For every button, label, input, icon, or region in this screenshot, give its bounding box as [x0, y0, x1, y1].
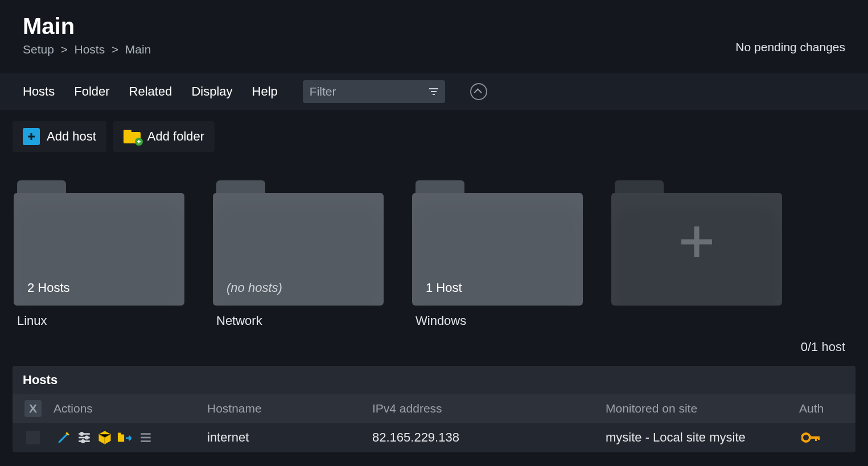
- svg-rect-20: [818, 436, 820, 440]
- folder-count: 2 Hosts: [27, 281, 70, 295]
- folder-count: (no hosts): [227, 281, 282, 295]
- plus-icon: [677, 222, 717, 264]
- add-folder-label: Add folder: [147, 129, 204, 144]
- cube-icon[interactable]: [97, 430, 113, 446]
- page-title: Main: [23, 14, 151, 39]
- svg-point-9: [81, 432, 83, 435]
- menu-help[interactable]: Help: [252, 84, 278, 99]
- svg-rect-13: [118, 433, 121, 435]
- cell-hostname[interactable]: internet: [207, 430, 372, 445]
- properties-icon[interactable]: [76, 430, 92, 446]
- folder-new[interactable]: [611, 180, 782, 328]
- breadcrumb: Setup > Hosts > Main: [23, 43, 151, 56]
- add-host-label: Add host: [47, 129, 96, 144]
- folder-label: Linux: [14, 314, 184, 328]
- folder-linux[interactable]: 2 Hosts Linux: [14, 180, 184, 328]
- add-folder-button[interactable]: Add folder: [113, 121, 215, 152]
- svg-point-11: [82, 440, 84, 442]
- th-actions: Actions: [54, 402, 207, 415]
- table-title: Hosts: [13, 366, 855, 394]
- folder-network[interactable]: (no hosts) Network: [213, 180, 384, 328]
- row-checkbox[interactable]: [26, 431, 40, 444]
- th-auth[interactable]: Auth: [799, 402, 855, 415]
- table-header: X Actions Hostname IPv4 address Monitore…: [13, 394, 855, 423]
- menu-bar: Hosts Folder Related Display Help: [0, 73, 868, 110]
- list-icon[interactable]: [138, 430, 154, 446]
- breadcrumb-item[interactable]: Hosts: [75, 43, 105, 56]
- plus-icon: [23, 128, 40, 145]
- folder-plus-icon: [124, 130, 141, 143]
- chevron-up-icon: [474, 88, 482, 96]
- cell-ipv4: 82.165.229.138: [372, 430, 606, 445]
- folder-label: Windows: [412, 314, 583, 328]
- svg-point-10: [85, 436, 88, 439]
- menu-hosts[interactable]: Hosts: [23, 84, 55, 99]
- pending-changes-indicator[interactable]: No pending changes: [735, 40, 845, 54]
- add-host-button[interactable]: Add host: [13, 121, 106, 152]
- cell-monitored: mysite - Local site mysite: [606, 430, 799, 445]
- menu-display[interactable]: Display: [191, 84, 232, 99]
- menu-related[interactable]: Related: [129, 84, 172, 99]
- th-hostname[interactable]: Hostname: [207, 402, 372, 415]
- action-bar: Add host Add folder: [0, 110, 868, 163]
- hosts-table: Hosts X Actions Hostname IPv4 address Mo…: [13, 366, 855, 452]
- move-icon[interactable]: [117, 430, 133, 446]
- svg-rect-12: [118, 434, 124, 442]
- folder-count: 1 Host: [426, 281, 462, 295]
- breadcrumb-item[interactable]: Main: [125, 43, 151, 56]
- filter-box: [303, 80, 445, 103]
- auth-key-icon[interactable]: [799, 432, 855, 443]
- filter-icon[interactable]: [429, 88, 438, 95]
- folder-windows[interactable]: 1 Host Windows: [412, 180, 583, 328]
- select-all-toggle[interactable]: X: [24, 400, 42, 417]
- folders-row: 2 Hosts Linux (no hosts) Network 1 Host …: [0, 163, 868, 328]
- svg-point-17: [802, 434, 810, 442]
- th-monitored[interactable]: Monitored on site: [606, 402, 799, 415]
- table-row: internet 82.165.229.138 mysite - Local s…: [13, 423, 855, 452]
- breadcrumb-item[interactable]: Setup: [23, 43, 54, 56]
- menu-folder[interactable]: Folder: [74, 84, 109, 99]
- folder-label: Network: [213, 314, 384, 328]
- svg-rect-19: [815, 436, 817, 441]
- host-count: 0/1 host: [0, 328, 868, 360]
- collapse-button[interactable]: [470, 83, 487, 100]
- edit-icon[interactable]: [56, 430, 72, 446]
- filter-input[interactable]: [310, 85, 429, 98]
- th-ipv4[interactable]: IPv4 address: [372, 402, 606, 415]
